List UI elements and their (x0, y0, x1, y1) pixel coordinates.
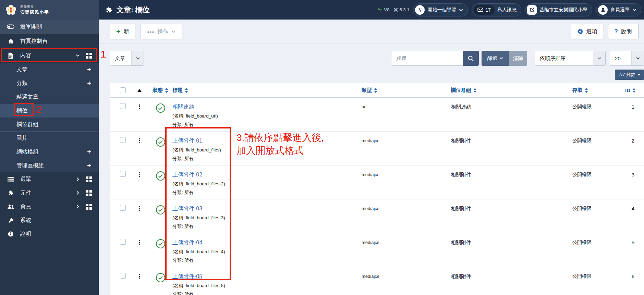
sort-select[interactable]: 依順序排序 (535, 51, 606, 66)
table-row: ⋮ 上傳附件-02 (名稱: field_board_files-2) 分類: … (110, 165, 644, 199)
sidebar-item-menus[interactable]: 選單 (0, 172, 99, 186)
field-group: 相關連結 (451, 103, 572, 110)
sidebar-item-admin-modules[interactable]: 管理區模組 + (0, 159, 99, 172)
menus-dashboard-grid-icon[interactable] (86, 176, 92, 182)
field-group: 相關附件 (451, 205, 572, 212)
status-published-icon[interactable] (148, 205, 172, 215)
list-icon (7, 176, 14, 182)
user-menu-button[interactable]: 會員選單 (596, 3, 641, 16)
components-dashboard-grid-icon[interactable] (86, 190, 92, 196)
row-checkbox[interactable] (120, 239, 126, 245)
status-published-icon[interactable] (148, 103, 172, 113)
actions-button[interactable]: ••• 操作 (141, 24, 182, 39)
options-button[interactable]: 選項 (571, 24, 604, 39)
add-article-icon[interactable]: + (87, 66, 91, 73)
start-tour-button[interactable]: 開始一個導覽 (413, 3, 468, 16)
status-published-icon[interactable] (148, 239, 172, 249)
field-title-link[interactable]: 上傳附件-01 (172, 137, 202, 145)
column-header-access[interactable]: 存取 (572, 87, 623, 94)
row-actions-icon[interactable]: ⋮ (137, 273, 143, 279)
add-site-module-icon[interactable]: + (87, 148, 91, 155)
user-icon (598, 5, 608, 15)
sidebar-item-field-groups[interactable]: 欄位群組 (0, 118, 99, 131)
column-header-type[interactable]: 類型 (362, 87, 451, 94)
field-category: 分類: 所有 (172, 291, 362, 295)
school-emblem-icon (5, 4, 17, 16)
status-published-icon[interactable] (148, 273, 172, 283)
sidebar-item-users[interactable]: 會員 (0, 200, 99, 213)
sidebar-item-dashboard[interactable]: 首頁控制台 (0, 34, 99, 48)
add-admin-module-icon[interactable]: + (87, 162, 91, 169)
field-title-link[interactable]: 上傳附件-02 (172, 171, 202, 179)
help-button[interactable]: ? 說明 (608, 24, 639, 39)
page-title: 文章: 欄位 (105, 5, 150, 15)
row-actions-icon[interactable]: ⋮ (137, 239, 143, 245)
field-type: mediajce (362, 171, 451, 177)
column-header-status[interactable]: 狀態 (148, 87, 172, 94)
info-icon (7, 231, 14, 237)
joomla-icon (393, 8, 398, 12)
chevron-down-icon (76, 54, 80, 57)
toggle-icon (7, 24, 14, 29)
select-all-checkbox[interactable] (120, 87, 126, 93)
sidebar-item-menu-toggle[interactable]: 選單開關 (0, 20, 99, 34)
sidebar-item-site-modules[interactable]: 網站模組 + (0, 145, 99, 159)
sidebar-item-content[interactable]: 內容 (0, 48, 99, 63)
row-actions-icon[interactable]: ⋮ (137, 103, 143, 110)
caret-down-icon (637, 74, 640, 76)
field-type: mediajce (362, 137, 451, 143)
puzzle-icon (7, 190, 14, 196)
row-checkbox[interactable] (120, 205, 126, 211)
field-access: 公開權限 (572, 239, 623, 246)
site-preview-button[interactable]: 基隆市立安樂國民小學 (525, 3, 592, 16)
column-header-title[interactable]: 標題 (172, 87, 362, 94)
field-type: mediajce (362, 239, 451, 245)
status-published-icon[interactable] (148, 171, 172, 181)
ordering-sort-icon[interactable] (137, 89, 142, 92)
ellipsis-icon: ••• (147, 28, 154, 35)
field-id: 3 (623, 171, 644, 177)
field-id: 4 (623, 205, 644, 211)
chevron-down-icon (632, 9, 636, 11)
add-category-icon[interactable]: + (87, 80, 91, 87)
sidebar-item-fields[interactable]: 欄位 (0, 104, 99, 118)
private-messages-button[interactable]: 17 私人訊息 (472, 3, 521, 16)
table-header-row: 狀態 標題 類型 欄位群組 存取 ID (110, 83, 644, 98)
column-header-id[interactable]: ID (623, 87, 644, 93)
row-checkbox[interactable] (120, 137, 126, 143)
row-actions-icon[interactable]: ⋮ (137, 137, 143, 144)
search-button[interactable] (463, 51, 479, 66)
row-checkbox[interactable] (120, 273, 126, 279)
field-name: (名稱: field_board_url) (172, 113, 362, 119)
sidebar-item-articles[interactable]: 文章 + (0, 63, 99, 76)
context-select[interactable]: 文章 (110, 51, 144, 66)
chevron-down-icon (593, 51, 605, 65)
sidebar-item-categories[interactable]: 分類 + (0, 76, 99, 90)
column-header-group[interactable]: 欄位群組 (451, 87, 572, 94)
new-button[interactable]: + 新 (110, 24, 135, 39)
field-category: 分類: 所有 (172, 257, 362, 263)
envelope-icon (477, 8, 483, 12)
filter-options-button[interactable]: 篩選 (482, 51, 509, 66)
users-dashboard-grid-icon[interactable] (86, 204, 92, 210)
row-checkbox[interactable] (120, 171, 126, 177)
sidebar-item-components[interactable]: 元件 (0, 186, 99, 200)
search-input[interactable] (392, 51, 463, 66)
clear-button[interactable]: 清除 (509, 51, 527, 66)
field-title-link[interactable]: 上傳附件-04 (172, 239, 202, 246)
page-size-select[interactable]: 20 (610, 51, 644, 66)
field-title-link[interactable]: 上傳附件-03 (172, 205, 202, 212)
content-dashboard-grid-icon[interactable] (86, 53, 92, 59)
sidebar-item-system[interactable]: 系統 (0, 213, 99, 227)
row-actions-icon[interactable]: ⋮ (137, 171, 143, 177)
field-title-link[interactable]: 上傳附件-05 (172, 273, 202, 280)
sidebar-item-featured[interactable]: 精選文章 (0, 90, 99, 104)
columns-badge[interactable]: 7/7 列數 (615, 70, 644, 80)
sidebar-item-help[interactable]: 說明 (0, 227, 99, 241)
row-checkbox[interactable] (120, 103, 126, 109)
status-published-icon[interactable] (148, 137, 172, 147)
field-title-link[interactable]: 相關連結 (172, 103, 194, 111)
row-actions-icon[interactable]: ⋮ (137, 205, 143, 211)
sidebar-item-media[interactable]: 圖片 (0, 131, 99, 145)
sort-icon (585, 88, 588, 93)
